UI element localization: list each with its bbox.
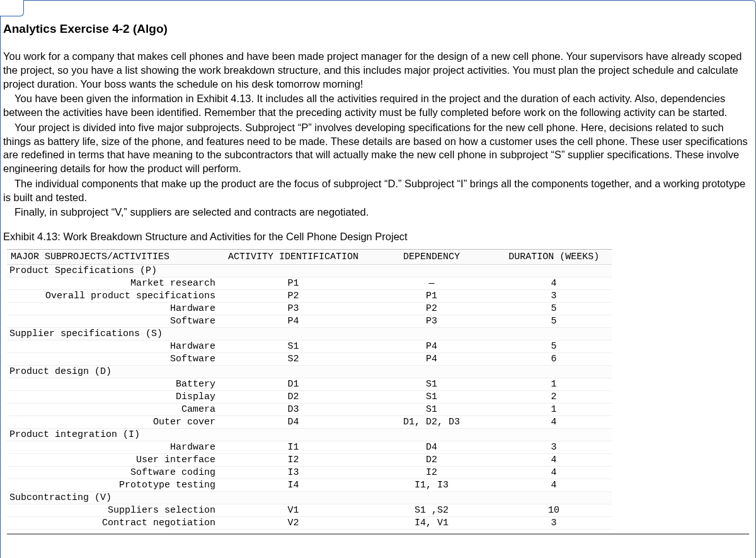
group-label: Product design (D) [7,366,219,378]
table-row: BatteryD1S11 [7,378,612,391]
duration-cell: 1 [496,378,612,391]
table-row: User interfaceI2D24 [7,454,612,467]
col-header-id: ACTIVITY IDENTIFICATION [219,250,367,265]
table-row: CameraD3S11 [7,404,612,416]
activity-id-cell: I2 [219,454,367,467]
col-header-duration: DURATION (WEEKS) [496,250,612,265]
dependency-cell: P3 [367,315,496,328]
activity-cell: Battery [7,378,219,391]
duration-cell: 4 [496,467,612,479]
activity-cell: Software [7,315,219,328]
dependency-cell: I1, I3 [367,479,496,492]
question-content: Analytics Exercise 4-2 (Algo) You work f… [1,1,755,541]
question-card: Analytics Exercise 4-2 (Algo) You work f… [0,0,756,558]
duration-cell: 5 [496,315,612,328]
dependency-cell: I4, V1 [367,517,496,530]
activity-cell: Display [7,391,219,404]
duration-cell: 4 [496,454,612,467]
table-row: HardwareI1D43 [7,441,612,454]
dependency-cell: S1 [367,378,496,391]
activity-id-cell: P1 [219,277,367,290]
card-tab-notch [0,0,24,16]
activity-id-cell: V1 [219,504,367,517]
duration-cell: 3 [496,517,612,530]
intro-paragraph-5: Finally, in subproject “V,” suppliers ar… [3,206,753,219]
table-bottom-rule [7,533,749,535]
dependency-cell: D1, D2, D3 [367,416,496,429]
activity-id-cell: S2 [219,353,367,366]
duration-cell: 3 [496,290,612,303]
activity-id-cell: D3 [219,404,367,416]
intro-paragraph-3: Your project is divided into five major … [3,121,753,176]
table-group-row: Subcontracting (V) [7,492,612,504]
activity-cell: Software coding [7,467,219,479]
table-row: HardwareP3P25 [7,303,612,315]
table-row: HardwareS1P45 [7,340,612,353]
activity-id-cell: I1 [219,441,367,454]
table-row: SoftwareS2P46 [7,353,612,366]
duration-cell: 3 [496,441,612,454]
activity-cell: Software [7,353,219,366]
duration-cell: 10 [496,504,612,517]
activity-cell: Hardware [7,340,219,353]
activity-cell: User interface [7,454,219,467]
activity-id-cell: I4 [219,479,367,492]
dependency-cell: I2 [367,467,496,479]
activity-cell: Overall product specifications [7,290,219,303]
activity-id-cell: P3 [219,303,367,315]
group-label: Subcontracting (V) [7,492,219,504]
dependency-cell: S1 [367,404,496,416]
col-header-dependency: DEPENDENCY [367,250,496,265]
activity-id-cell: P2 [219,290,367,303]
activity-cell: Suppliers selection [7,504,219,517]
group-label: Product Specifications (P) [7,265,219,277]
table-row: DisplayD2S12 [7,391,612,404]
duration-cell: 4 [496,277,612,290]
activity-id-cell: D4 [219,416,367,429]
table-row: Overall product specificationsP2P13 [7,290,612,303]
duration-cell: 1 [496,404,612,416]
activity-id-cell: D2 [219,391,367,404]
activity-id-cell: D1 [219,378,367,391]
activity-id-cell: V2 [219,517,367,530]
dependency-cell: — [367,277,496,290]
table-row: Prototype testingI4I1, I34 [7,479,612,492]
duration-cell: 4 [496,416,612,429]
activity-cell: Market research [7,277,219,290]
table-row: Market researchP1—4 [7,277,612,290]
table-header-row: MAJOR SUBPROJECTS/ACTIVITIES ACTIVITY ID… [7,250,612,265]
wbs-table: MAJOR SUBPROJECTS/ACTIVITIES ACTIVITY ID… [7,249,612,530]
table-group-row: Product Specifications (P) [7,265,612,277]
table-group-row: Product integration (I) [7,429,612,441]
group-label: Supplier specifications (S) [7,328,219,340]
dependency-cell: S1 [367,391,496,404]
duration-cell: 5 [496,303,612,315]
activity-cell: Contract negotiation [7,517,219,530]
intro-paragraph-2: You have been given the information in E… [3,92,753,120]
dependency-cell: P4 [367,353,496,366]
dependency-cell: P2 [367,303,496,315]
activity-id-cell: P4 [219,315,367,328]
exercise-title: Analytics Exercise 4-2 (Algo) [3,22,753,36]
table-row: Contract negotiationV2I4, V13 [7,517,612,530]
table-row: Software codingI3I24 [7,467,612,479]
intro-paragraph-4: The individual components that make up t… [3,177,753,205]
duration-cell: 6 [496,353,612,366]
activity-cell: Prototype testing [7,479,219,492]
activity-id-cell: I3 [219,467,367,479]
col-header-activities: MAJOR SUBPROJECTS/ACTIVITIES [7,250,219,265]
activity-cell: Hardware [7,303,219,315]
dependency-cell: D2 [367,454,496,467]
activity-cell: Camera [7,404,219,416]
dependency-cell: S1 ,S2 [367,504,496,517]
dependency-cell: P4 [367,340,496,353]
activity-id-cell: S1 [219,340,367,353]
table-row: Suppliers selectionV1S1 ,S210 [7,504,612,517]
table-group-row: Supplier specifications (S) [7,328,612,340]
exhibit-caption: Exhibit 4.13: Work Breakdown Structure a… [3,231,753,243]
dependency-cell: D4 [367,441,496,454]
table-group-row: Product design (D) [7,366,612,378]
intro-paragraph-1: You work for a company that makes cell p… [3,50,753,91]
table-row: SoftwareP4P35 [7,315,612,328]
duration-cell: 2 [496,391,612,404]
